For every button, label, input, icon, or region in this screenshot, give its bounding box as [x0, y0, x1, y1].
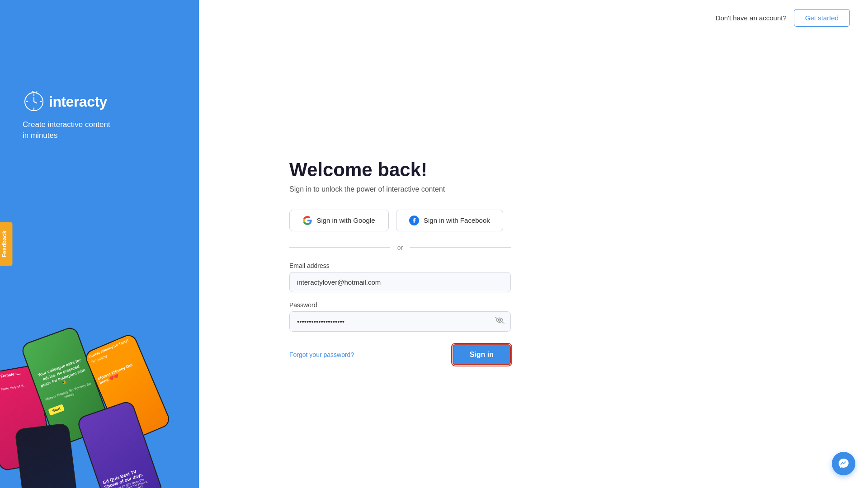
- facebook-btn-label: Sign in with Facebook: [424, 216, 490, 224]
- tagline: Create interactive content in minutes: [23, 119, 110, 141]
- top-bar: Don't have an account? Get started: [199, 0, 868, 36]
- feedback-wrapper: Feedback: [0, 236, 26, 252]
- email-group: Email address: [289, 262, 511, 292]
- messenger-fab[interactable]: [832, 452, 855, 475]
- google-signin-button[interactable]: Sign in with Google: [289, 210, 389, 231]
- password-input[interactable]: [289, 311, 511, 332]
- google-btn-label: Sign in with Google: [316, 216, 375, 224]
- left-panel: interacty Create interactive content in …: [0, 0, 199, 488]
- divider-line-left: [289, 247, 390, 248]
- sign-in-button[interactable]: Sign in: [453, 344, 511, 365]
- form-container: Welcome back! Sign in to unlock the powe…: [199, 36, 606, 488]
- toggle-password-icon[interactable]: [495, 317, 505, 326]
- facebook-signin-button[interactable]: Sign in with Facebook: [396, 210, 503, 231]
- password-label: Password: [289, 301, 511, 309]
- svg-line-9: [36, 91, 37, 93]
- right-panel: Don't have an account? Get started Welco…: [199, 0, 868, 488]
- messenger-icon: [838, 458, 849, 469]
- forgot-password-link[interactable]: Forgot your password?: [289, 351, 354, 358]
- divider-line-right: [410, 247, 511, 248]
- page-title: Welcome back!: [289, 159, 606, 181]
- facebook-icon: [409, 216, 419, 225]
- google-icon: [303, 216, 312, 225]
- password-group: Password: [289, 301, 511, 332]
- page-subtitle: Sign in to unlock the power of interacti…: [289, 185, 606, 193]
- logo-text: interacty: [49, 94, 107, 110]
- divider: or: [289, 244, 511, 251]
- social-buttons-row: Sign in with Google Sign in with Faceboo…: [289, 210, 606, 231]
- divider-text: or: [397, 244, 403, 251]
- get-started-button[interactable]: Get started: [794, 9, 850, 27]
- feedback-button[interactable]: Feedback: [0, 222, 12, 266]
- email-input[interactable]: [289, 272, 511, 292]
- form-actions: Forgot your password? Sign in: [289, 344, 511, 365]
- svg-line-6: [34, 102, 37, 103]
- logo-area: interacty: [23, 90, 107, 113]
- email-label: Email address: [289, 262, 511, 269]
- no-account-text: Don't have an account?: [716, 14, 787, 22]
- phones-illustration: Female s... Photo story of V... Your col…: [0, 312, 199, 488]
- logo-icon: [23, 90, 45, 113]
- password-wrapper: [289, 311, 511, 332]
